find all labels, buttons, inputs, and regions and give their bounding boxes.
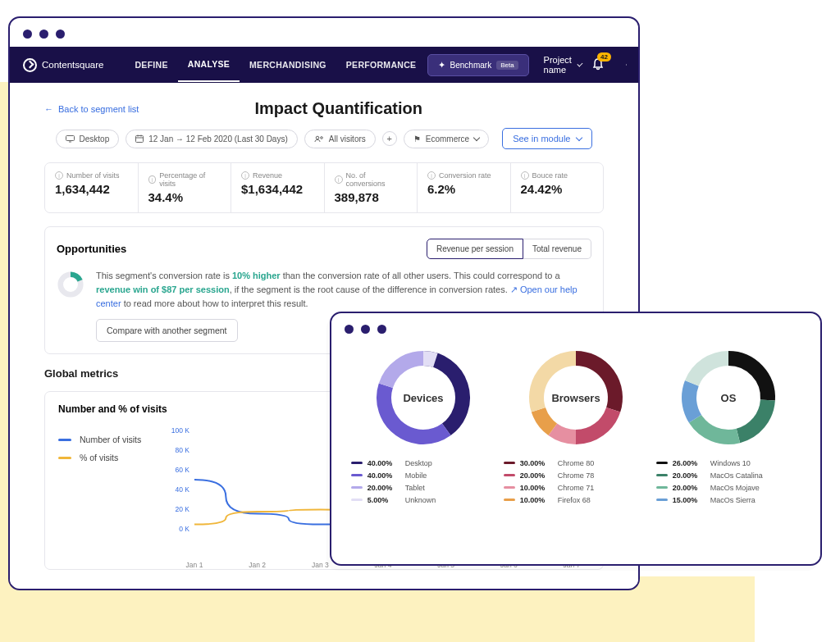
legend-swatch xyxy=(504,462,515,464)
see-module-label: See in module xyxy=(513,134,570,143)
metric-label: Revenue xyxy=(253,171,282,180)
filter-scope-label: Ecommerce xyxy=(426,134,469,143)
legend-swatch xyxy=(351,474,363,476)
users-icon xyxy=(314,135,324,143)
donut-label: Browsers xyxy=(527,348,625,447)
x-tick: Jan 1 xyxy=(186,561,203,569)
legend-row: 40.00%Desktop xyxy=(351,457,496,469)
opportunities-title: Opportunities xyxy=(57,243,126,255)
legend-swatch xyxy=(58,457,71,459)
filter-visitors[interactable]: All visitors xyxy=(304,130,376,148)
legend-row: 40.00%Mobile xyxy=(351,469,496,481)
donut-legend: 40.00%Desktop40.00%Mobile20.00%Tablet5.0… xyxy=(351,457,496,506)
legend-name: Tablet xyxy=(405,484,425,492)
chevron-down-icon xyxy=(576,134,582,141)
brand-name: Contentsquare xyxy=(42,60,103,70)
legend-name: Desktop xyxy=(405,459,432,467)
filter-device[interactable]: Desktop xyxy=(56,130,120,148)
legend-row: 26.00%Windows 10 xyxy=(656,457,801,469)
legend-swatch xyxy=(504,474,515,476)
y-tick: 20 K xyxy=(157,505,189,513)
tab-total-revenue[interactable]: Total revenue xyxy=(523,239,591,259)
metric-cell: iNumber of visits1,634,442 xyxy=(45,163,139,212)
x-tick: Jan 3 xyxy=(312,561,329,569)
filter-scope[interactable]: ⚑ Ecommerce xyxy=(404,130,489,148)
brand[interactable]: Contentsquare xyxy=(21,58,103,72)
filter-date-label: 12 Jan → 12 Feb 2020 (Last 30 Days) xyxy=(148,134,288,143)
filter-date[interactable]: 12 Jan → 12 Feb 2020 (Last 30 Days) xyxy=(126,130,298,148)
donut-chart: Devices xyxy=(374,348,472,447)
donut-os: OS26.00%Windows 1020.00%MacOs Catalina20… xyxy=(656,348,801,506)
window-dot xyxy=(39,30,48,39)
legend-name: Mobile xyxy=(405,471,427,480)
filter-device-label: Desktop xyxy=(80,134,110,143)
svg-point-12 xyxy=(316,136,319,139)
nav-analyse[interactable]: ANALYSE xyxy=(178,48,240,82)
legend-name: MacOs Catalina xyxy=(710,471,763,480)
metric-label: Number of visits xyxy=(66,171,120,180)
svg-rect-10 xyxy=(66,135,74,140)
add-filter-button[interactable]: + xyxy=(382,131,397,146)
info-icon: i xyxy=(55,171,63,180)
window-dot xyxy=(56,30,65,39)
info-icon: i xyxy=(148,175,157,184)
y-tick: 0 K xyxy=(157,525,189,533)
info-icon: i xyxy=(427,171,436,180)
legend-swatch xyxy=(504,486,515,489)
donut-legend: 30.00%Chrome 8020.00%Chrome 7810.00%Chro… xyxy=(504,457,649,506)
y-tick: 80 K xyxy=(157,446,189,454)
compare-button[interactable]: Compare with another segment xyxy=(96,319,238,342)
nav-define[interactable]: DEFINE xyxy=(125,48,177,81)
apps-icon[interactable] xyxy=(614,58,616,71)
benchmark-label: Benchmark xyxy=(450,61,492,70)
beta-badge: Beta xyxy=(496,61,518,70)
legend-swatch xyxy=(656,486,668,489)
window-dot xyxy=(377,325,386,334)
legend-value: 20.00% xyxy=(673,471,705,480)
legend-swatch xyxy=(351,486,363,489)
donut-legend: 26.00%Windows 1020.00%MacOs Catalina20.0… xyxy=(656,457,801,506)
nav-performance[interactable]: PERFORMANCE xyxy=(336,48,427,81)
legend-name: Chrome 71 xyxy=(558,484,595,492)
metric-label: Bouce rate xyxy=(532,171,568,180)
brand-icon xyxy=(23,58,37,72)
see-in-module-button[interactable]: See in module xyxy=(502,128,592,149)
legend-name: Windows 10 xyxy=(710,459,751,467)
info-icon: i xyxy=(335,175,343,184)
metric-cell: iNo. of conversions389,878 xyxy=(325,163,418,212)
y-tick: 60 K xyxy=(157,466,189,474)
top-nav: Contentsquare DEFINE ANALYSE MERCHANDISI… xyxy=(10,47,638,83)
legend-swatch xyxy=(58,439,71,441)
legend-name: MacOs Sierra xyxy=(710,496,756,504)
svg-point-13 xyxy=(320,136,322,139)
opportunities-text: This segment's conversion rate is 10% hi… xyxy=(96,269,591,311)
gear-icon[interactable] xyxy=(625,58,627,71)
legend-swatch xyxy=(656,474,668,476)
nav-merchandising[interactable]: MERCHANDISING xyxy=(240,48,336,81)
legend-swatch xyxy=(656,462,668,464)
benchmark-button[interactable]: ✦ Benchmark Beta xyxy=(427,54,529,76)
tab-revenue-per-session[interactable]: Revenue per session xyxy=(427,239,523,259)
sparkle-icon: ✦ xyxy=(438,60,445,71)
legend-name: Unknown xyxy=(405,496,436,504)
legend-row: 5.00%Unknown xyxy=(351,494,496,506)
window-dot xyxy=(361,325,370,334)
legend-value: 15.00% xyxy=(673,496,705,504)
legend-row: 15.00%MacOs Sierra xyxy=(656,494,801,506)
metric-label: Percentage of visits xyxy=(159,171,221,188)
metric-cell: iConversion rate6.2% xyxy=(418,163,511,212)
metrics-row: iNumber of visits1,634,442iPercentage of… xyxy=(44,162,604,213)
legend-number-of-visits: Number of visits xyxy=(58,435,148,444)
legend-swatch xyxy=(351,462,363,464)
metric-cell: iPercentage of visits34.4% xyxy=(139,163,232,212)
y-tick: 40 K xyxy=(157,485,189,494)
chart-legend: Number of visits % of visits xyxy=(58,426,148,558)
legend-value: 10.00% xyxy=(520,496,553,504)
chevron-down-icon xyxy=(473,134,480,141)
back-link[interactable]: ← Back to segment list xyxy=(44,104,139,114)
flag-icon: ⚑ xyxy=(413,134,421,143)
legend-row: 20.00%Tablet xyxy=(351,481,496,494)
project-selector[interactable]: Project name xyxy=(544,55,582,75)
project-name: Project name xyxy=(544,55,573,75)
notifications-button[interactable]: 42 xyxy=(591,57,605,72)
